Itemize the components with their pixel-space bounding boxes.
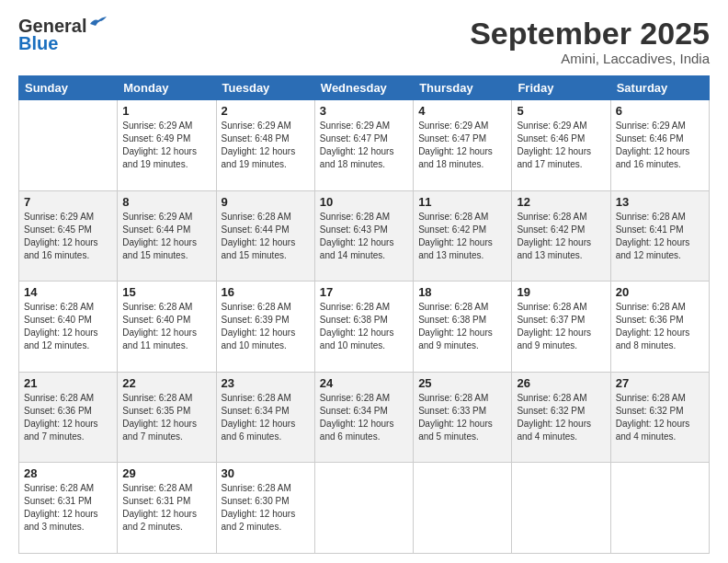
col-friday: Friday [512,76,610,100]
table-cell [414,463,512,554]
header: General Blue September 2025 Amini, Lacca… [18,17,710,66]
table-cell [314,463,413,554]
table-cell: 15Sunrise: 6:28 AM Sunset: 6:40 PM Dayli… [118,282,216,373]
table-cell: 14Sunrise: 6:28 AM Sunset: 6:40 PM Dayli… [19,282,118,373]
day-number: 30 [222,466,310,480]
day-number: 7 [24,195,112,209]
calendar-header-row: Sunday Monday Tuesday Wednesday Thursday… [19,76,710,100]
day-number: 27 [616,376,704,390]
logo-blue: Blue [18,33,58,54]
day-info: Sunrise: 6:29 AM Sunset: 6:47 PM Dayligh… [418,120,506,171]
table-cell: 20Sunrise: 6:28 AM Sunset: 6:36 PM Dayli… [610,282,709,373]
calendar-week-row: 14Sunrise: 6:28 AM Sunset: 6:40 PM Dayli… [19,282,710,373]
col-sunday: Sunday [19,76,118,100]
day-info: Sunrise: 6:28 AM Sunset: 6:39 PM Dayligh… [222,301,310,352]
logo: General Blue [18,17,108,54]
day-number: 3 [320,104,408,118]
day-number: 11 [418,195,506,209]
table-cell: 11Sunrise: 6:28 AM Sunset: 6:42 PM Dayli… [414,190,512,282]
table-cell [610,463,709,554]
table-cell: 17Sunrise: 6:28 AM Sunset: 6:38 PM Dayli… [314,282,413,373]
day-number: 6 [616,104,704,118]
table-cell: 28Sunrise: 6:28 AM Sunset: 6:31 PM Dayli… [19,463,118,554]
day-info: Sunrise: 6:29 AM Sunset: 6:46 PM Dayligh… [616,120,704,171]
table-cell: 29Sunrise: 6:28 AM Sunset: 6:31 PM Dayli… [118,463,216,554]
col-thursday: Thursday [414,76,512,100]
day-info: Sunrise: 6:29 AM Sunset: 6:47 PM Dayligh… [320,120,408,171]
logo-bird-icon [88,17,108,31]
day-number: 1 [122,104,210,118]
day-number: 16 [222,285,310,299]
table-cell: 16Sunrise: 6:28 AM Sunset: 6:39 PM Dayli… [216,282,314,373]
day-info: Sunrise: 6:28 AM Sunset: 6:35 PM Dayligh… [122,392,210,443]
calendar-week-row: 1Sunrise: 6:29 AM Sunset: 6:49 PM Daylig… [19,100,710,191]
day-number: 19 [517,285,605,299]
table-cell: 8Sunrise: 6:29 AM Sunset: 6:44 PM Daylig… [118,190,216,282]
day-info: Sunrise: 6:28 AM Sunset: 6:36 PM Dayligh… [616,301,704,352]
day-number: 8 [122,195,210,209]
day-info: Sunrise: 6:28 AM Sunset: 6:32 PM Dayligh… [616,392,704,443]
day-info: Sunrise: 6:29 AM Sunset: 6:45 PM Dayligh… [24,211,112,262]
day-number: 25 [418,376,506,390]
calendar-week-row: 21Sunrise: 6:28 AM Sunset: 6:36 PM Dayli… [19,372,710,463]
day-info: Sunrise: 6:28 AM Sunset: 6:40 PM Dayligh… [122,301,210,352]
title-block: September 2025 Amini, Laccadives, India [470,17,710,66]
table-cell: 1Sunrise: 6:29 AM Sunset: 6:49 PM Daylig… [118,100,216,191]
day-info: Sunrise: 6:28 AM Sunset: 6:38 PM Dayligh… [418,301,506,352]
calendar-week-row: 7Sunrise: 6:29 AM Sunset: 6:45 PM Daylig… [19,190,710,282]
calendar-table: Sunday Monday Tuesday Wednesday Thursday… [18,75,710,554]
day-number: 2 [222,104,310,118]
table-cell: 2Sunrise: 6:29 AM Sunset: 6:48 PM Daylig… [216,100,314,191]
day-number: 22 [122,376,210,390]
day-info: Sunrise: 6:28 AM Sunset: 6:32 PM Dayligh… [517,392,605,443]
table-cell: 21Sunrise: 6:28 AM Sunset: 6:36 PM Dayli… [19,372,118,463]
table-cell: 10Sunrise: 6:28 AM Sunset: 6:43 PM Dayli… [314,190,413,282]
day-info: Sunrise: 6:28 AM Sunset: 6:43 PM Dayligh… [320,211,408,262]
day-number: 26 [517,376,605,390]
day-number: 4 [418,104,506,118]
table-cell: 13Sunrise: 6:28 AM Sunset: 6:41 PM Dayli… [610,190,709,282]
day-number: 15 [122,285,210,299]
table-cell: 22Sunrise: 6:28 AM Sunset: 6:35 PM Dayli… [118,372,216,463]
col-saturday: Saturday [610,76,709,100]
day-info: Sunrise: 6:28 AM Sunset: 6:31 PM Dayligh… [24,482,112,534]
col-monday: Monday [118,76,216,100]
day-info: Sunrise: 6:28 AM Sunset: 6:37 PM Dayligh… [517,301,605,352]
day-info: Sunrise: 6:28 AM Sunset: 6:34 PM Dayligh… [320,392,408,443]
table-cell: 25Sunrise: 6:28 AM Sunset: 6:33 PM Dayli… [414,372,512,463]
table-cell: 27Sunrise: 6:28 AM Sunset: 6:32 PM Dayli… [610,372,709,463]
day-number: 5 [517,104,605,118]
day-info: Sunrise: 6:28 AM Sunset: 6:34 PM Dayligh… [222,392,310,443]
day-number: 18 [418,285,506,299]
table-cell: 9Sunrise: 6:28 AM Sunset: 6:44 PM Daylig… [216,190,314,282]
day-info: Sunrise: 6:29 AM Sunset: 6:46 PM Dayligh… [517,120,605,171]
day-info: Sunrise: 6:28 AM Sunset: 6:44 PM Dayligh… [222,211,310,262]
table-cell: 18Sunrise: 6:28 AM Sunset: 6:38 PM Dayli… [414,282,512,373]
table-cell: 7Sunrise: 6:29 AM Sunset: 6:45 PM Daylig… [19,190,118,282]
table-cell: 6Sunrise: 6:29 AM Sunset: 6:46 PM Daylig… [610,100,709,191]
main-title: September 2025 [470,17,710,51]
col-wednesday: Wednesday [314,76,413,100]
day-info: Sunrise: 6:28 AM Sunset: 6:40 PM Dayligh… [24,301,112,352]
col-tuesday: Tuesday [216,76,314,100]
logo-general: General [18,17,86,35]
table-cell: 30Sunrise: 6:28 AM Sunset: 6:30 PM Dayli… [216,463,314,554]
day-info: Sunrise: 6:28 AM Sunset: 6:38 PM Dayligh… [320,301,408,352]
day-info: Sunrise: 6:29 AM Sunset: 6:49 PM Dayligh… [122,120,210,171]
table-cell [19,100,118,191]
day-number: 10 [320,195,408,209]
table-cell [512,463,610,554]
day-number: 9 [222,195,310,209]
day-info: Sunrise: 6:28 AM Sunset: 6:30 PM Dayligh… [222,482,310,534]
day-number: 20 [616,285,704,299]
day-info: Sunrise: 6:28 AM Sunset: 6:41 PM Dayligh… [616,211,704,262]
page: General Blue September 2025 Amini, Lacca… [0,0,728,563]
subtitle: Amini, Laccadives, India [470,51,710,66]
calendar-week-row: 28Sunrise: 6:28 AM Sunset: 6:31 PM Dayli… [19,463,710,554]
day-number: 17 [320,285,408,299]
day-number: 23 [222,376,310,390]
day-info: Sunrise: 6:28 AM Sunset: 6:36 PM Dayligh… [24,392,112,443]
day-info: Sunrise: 6:28 AM Sunset: 6:31 PM Dayligh… [122,482,210,534]
day-number: 13 [616,195,704,209]
day-info: Sunrise: 6:29 AM Sunset: 6:48 PM Dayligh… [222,120,310,171]
